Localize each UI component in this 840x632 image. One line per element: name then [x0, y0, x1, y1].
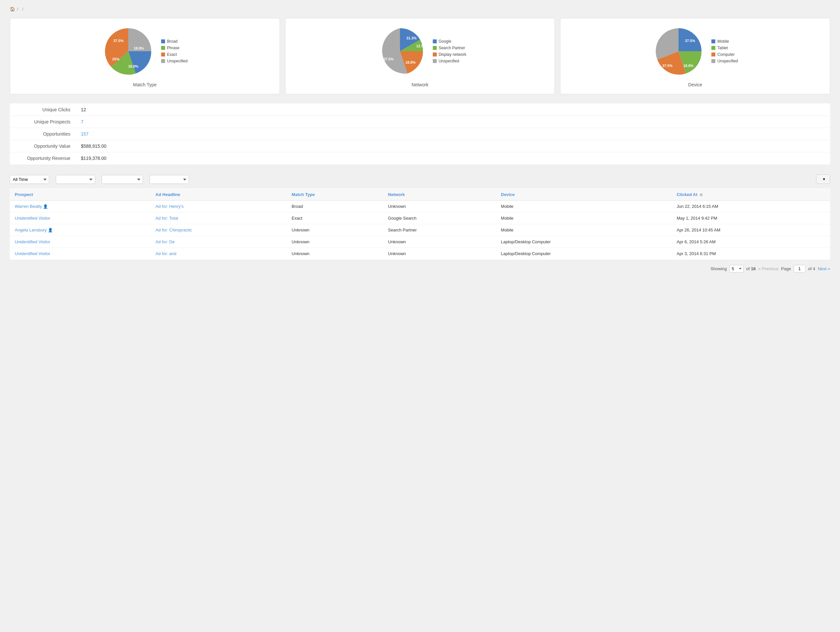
detail-row-opportunity-value: Opportunity Value $588,915.00 — [10, 140, 830, 152]
legend-item-tablet: Tablet — [711, 46, 738, 50]
network-chart-area: 31.3% 12.5% 18.8% 37.5% Google Search Pa… — [374, 25, 467, 78]
search-partner-swatch — [433, 46, 437, 50]
device-cell: Mobile — [496, 212, 672, 224]
legend-item-broad: Broad — [161, 39, 188, 44]
detail-value-opportunity-value: $588,915.00 — [76, 140, 830, 152]
ad-headline-cell: Ad for: and — [151, 248, 287, 260]
prospect-cell: Warren Beatty👤 — [10, 201, 151, 212]
svg-text:25%: 25% — [112, 57, 120, 61]
legend-item-display-network: Display network — [433, 52, 467, 57]
ad-headline-cell: Ad for: De — [151, 236, 287, 248]
legend-item-google: Google — [433, 39, 467, 44]
breadcrumb: 🏠 / / — [10, 6, 830, 11]
exact-swatch — [161, 52, 165, 57]
table-row: Unidentified VisitorAd for: TotalExactGo… — [10, 212, 830, 224]
network-cell: Google Search — [384, 212, 496, 224]
match-type-cell: Unknown — [287, 236, 384, 248]
device-chart-card: 37.5% 18.8% 37.5% Mobile Tablet — [560, 18, 830, 94]
detail-value-opportunities: 157 — [76, 128, 830, 140]
svg-text:31.3%: 31.3% — [406, 36, 416, 40]
svg-text:18.8%: 18.8% — [684, 64, 694, 68]
ad-headline-link[interactable]: Ad for: Total — [156, 216, 178, 221]
match-type-filter-select[interactable]: Broad Phrase Exact — [56, 175, 95, 184]
tools-chevron-icon: ▾ — [823, 177, 825, 182]
date-range-select[interactable]: All Time Last 7 Days Last 30 Days — [10, 175, 49, 184]
ad-headline-cell: Ad for: Henry's — [151, 201, 287, 212]
prospect-cell: Unidentified Visitor — [10, 212, 151, 224]
match-type-cell: Broad — [287, 201, 384, 212]
network-cell: Search Partner — [384, 224, 496, 236]
prospect-link[interactable]: Unidentified Visitor — [15, 251, 50, 256]
filter-date-range: All Time Last 7 Days Last 30 Days — [10, 174, 49, 184]
detail-label-opportunity-revenue: Opportunity Revenue — [10, 152, 76, 165]
page-label: Page — [781, 266, 791, 271]
sort-icon: ⊙ — [699, 193, 703, 196]
ad-headline-link[interactable]: Ad for: Henry's — [156, 204, 184, 209]
device-pie: 37.5% 18.8% 37.5% — [652, 25, 705, 78]
page-size-select[interactable]: 5 10 25 — [729, 265, 744, 272]
device-filter-select[interactable]: Mobile Tablet Computer — [150, 175, 189, 184]
col-ad-headline[interactable]: Ad Headline — [151, 189, 287, 201]
prospect-cell: Unidentified Visitor — [10, 248, 151, 260]
device-cell: Laptop/Desktop Computer — [496, 236, 672, 248]
prev-button[interactable]: « Previous — [758, 266, 778, 271]
detail-value-opportunity-revenue: $119,378.00 — [76, 152, 830, 165]
detail-label-opportunities: Opportunities — [10, 128, 76, 140]
ad-clicks-table: Prospect Ad Headline Match Type Network … — [10, 188, 830, 260]
legend-item-phrase: Phrase — [161, 46, 188, 50]
clicked-at-cell: Apr 3, 2014 6:31 PM — [672, 248, 830, 260]
network-label: Network — [412, 82, 428, 87]
network-cell: Unknown — [384, 201, 496, 212]
col-prospect[interactable]: Prospect — [10, 189, 151, 201]
person-icon: 👤 — [43, 204, 48, 209]
prospect-cell: Angela Lansbury👤 — [10, 224, 151, 236]
tools-button[interactable]: ▾ — [816, 174, 830, 184]
ad-headline-link[interactable]: Ad for: and — [156, 251, 177, 256]
legend-item-exact: Exact — [161, 52, 188, 57]
detail-row-opportunity-revenue: Opportunity Revenue $119,378.00 — [10, 152, 830, 165]
col-clicked-at[interactable]: Clicked At ⊙ — [672, 189, 830, 201]
network-pie: 31.3% 12.5% 18.8% 37.5% — [374, 25, 426, 78]
prospect-link[interactable]: Angela Lansbury — [15, 228, 47, 233]
device-label: Device — [688, 82, 702, 87]
table-row: Unidentified VisitorAd for: DeUnknownUnk… — [10, 236, 830, 248]
filters-bar: All Time Last 7 Days Last 30 Days Broad … — [10, 174, 830, 184]
network-chart-card: 31.3% 12.5% 18.8% 37.5% Google Search Pa… — [285, 18, 555, 94]
google-swatch — [433, 40, 437, 43]
unspecified-swatch — [161, 59, 165, 63]
detail-label-opportunity-value: Opportunity Value — [10, 140, 76, 152]
col-match-type[interactable]: Match Type — [287, 189, 384, 201]
svg-text:37.5%: 37.5% — [383, 57, 393, 61]
ad-headline-cell: Ad for: Total — [151, 212, 287, 224]
svg-text:18.8%: 18.8% — [134, 46, 144, 50]
home-icon: 🏠 — [10, 6, 15, 11]
network-cell: Unknown — [384, 248, 496, 260]
clicked-at-cell: Apr 26, 2014 10:45 AM — [672, 224, 830, 236]
prospect-link[interactable]: Unidentified Visitor — [15, 239, 50, 244]
of-pages-label: of 4 — [808, 266, 815, 271]
broad-swatch — [161, 40, 165, 43]
display-network-swatch — [433, 52, 437, 57]
match-type-cell: Exact — [287, 212, 384, 224]
detail-row-unique-clicks: Unique Clicks 12 — [10, 104, 830, 116]
col-network[interactable]: Network — [384, 189, 496, 201]
svg-text:18.8%: 18.8% — [405, 60, 415, 64]
page-input[interactable] — [794, 265, 805, 272]
legend-item-unspecified: Unspecified — [161, 59, 188, 63]
table-row: Warren Beatty👤Ad for: Henry'sBroadUnknow… — [10, 201, 830, 212]
match-type-pie: 18.8% 18.8% 25% 37.5% — [102, 25, 155, 78]
legend-item-search-partner: Search Partner — [433, 46, 467, 50]
prospect-link[interactable]: Unidentified Visitor — [15, 216, 50, 221]
network-filter-select[interactable]: Google Search Partner Display network — [102, 175, 143, 184]
computer-swatch — [711, 52, 715, 57]
next-button[interactable]: Next » — [818, 266, 830, 271]
device-cell: Mobile — [496, 224, 672, 236]
ad-headline-link[interactable]: Ad for: Chiropractic — [156, 228, 192, 233]
match-type-legend: Broad Phrase Exact Unspecified — [161, 39, 188, 63]
filter-network: Google Search Partner Display network — [102, 174, 143, 184]
prospect-link[interactable]: Warren Beatty — [15, 204, 42, 209]
col-device[interactable]: Device — [496, 189, 672, 201]
device-chart-area: 37.5% 18.8% 37.5% Mobile Tablet — [652, 25, 738, 78]
svg-text:37.5%: 37.5% — [663, 64, 673, 68]
ad-headline-link[interactable]: Ad for: De — [156, 239, 175, 244]
